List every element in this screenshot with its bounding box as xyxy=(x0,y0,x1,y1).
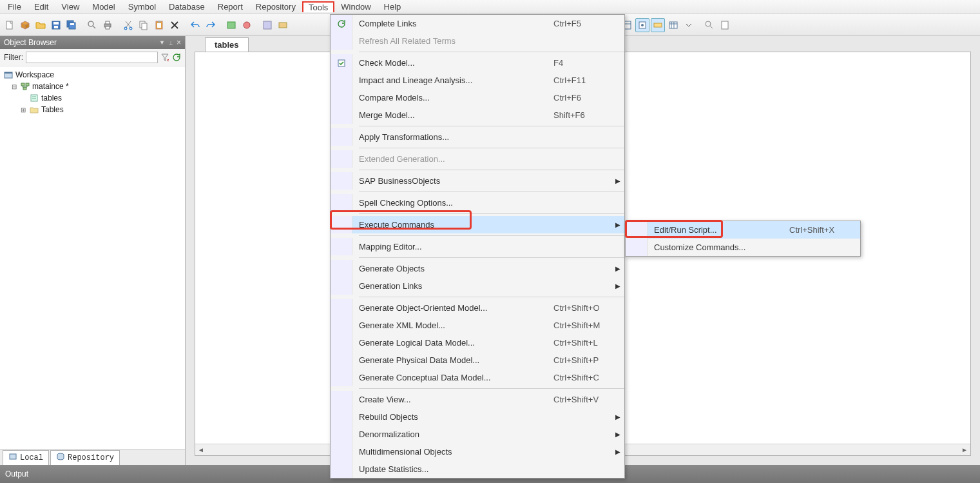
blank-icon xyxy=(331,216,352,233)
menu-item[interactable]: Apply Transformations... xyxy=(331,128,624,146)
tab-local[interactable]: Local xyxy=(3,450,49,465)
print-icon[interactable] xyxy=(101,18,115,32)
menu-item[interactable]: Create View...Ctrl+Shift+V xyxy=(331,391,624,408)
menu-item[interactable]: Generate Conceptual Data Model...Ctrl+Sh… xyxy=(331,369,624,386)
blank-icon xyxy=(331,460,352,478)
doc-tab-tables[interactable]: tables xyxy=(205,37,249,52)
tool2-icon[interactable] xyxy=(240,18,254,32)
menu-item[interactable]: Generate Physical Data Model...Ctrl+Shif… xyxy=(331,351,624,369)
menu-item-label: Generate Physical Data Model... xyxy=(359,355,534,365)
menu-item[interactable]: Execute Commands▶ xyxy=(331,216,624,233)
collapse-icon[interactable]: ⊟ xyxy=(10,83,18,90)
tool1-icon[interactable] xyxy=(224,18,238,32)
scroll-left-icon[interactable]: ◄ xyxy=(198,446,204,453)
close-icon[interactable]: × xyxy=(177,38,181,47)
expand-icon[interactable]: ⊞ xyxy=(19,106,27,113)
menu-item[interactable]: Check Model...F4 xyxy=(331,54,624,72)
save-icon[interactable] xyxy=(49,18,63,32)
menu-database[interactable]: Database xyxy=(162,1,211,13)
tool6-icon[interactable] xyxy=(718,18,732,32)
menu-file[interactable]: File xyxy=(1,1,28,13)
menu-report[interactable]: Report xyxy=(211,1,249,13)
menu-item[interactable]: Multidimensional Objects▶ xyxy=(331,443,624,460)
menu-item-shortcut: Ctrl+F6 xyxy=(553,93,615,103)
tool3-icon[interactable] xyxy=(260,18,274,32)
svg-rect-31 xyxy=(654,23,662,27)
tab-repository[interactable]: Repository xyxy=(50,450,120,465)
menu-item[interactable]: Update Statistics... xyxy=(331,460,624,478)
menu-help[interactable]: Help xyxy=(378,1,408,13)
menu-item-label: Rebuild Objects xyxy=(359,412,534,422)
menu-symbol[interactable]: Symbol xyxy=(122,1,162,13)
svg-rect-39 xyxy=(23,87,26,90)
menu-window[interactable]: Window xyxy=(334,1,377,13)
filter-input[interactable] xyxy=(26,52,158,63)
menu-edit[interactable]: Edit xyxy=(28,1,55,13)
clear-filter-icon[interactable] xyxy=(160,53,169,62)
menu-item-label: Denormalization xyxy=(359,429,534,439)
blank-icon xyxy=(331,334,352,351)
delete-icon[interactable] xyxy=(168,18,182,32)
tree-model[interactable]: ⊟ mataince * xyxy=(1,81,184,92)
menu-item[interactable]: Denormalization▶ xyxy=(331,426,624,443)
pin-icon[interactable]: ⟂ xyxy=(169,39,173,46)
open-icon[interactable] xyxy=(34,18,48,32)
blank-icon xyxy=(331,172,352,190)
menu-item[interactable]: Mapping Editor... xyxy=(331,238,624,255)
view5-icon[interactable] xyxy=(651,18,665,32)
menu-item[interactable]: Complete LinksCtrl+F5 xyxy=(331,15,624,32)
menu-item-label: Extended Generation... xyxy=(359,154,534,164)
menu-item[interactable]: SAP BusinessObjects▶ xyxy=(331,172,624,190)
menu-item[interactable]: Rebuild Objects▶ xyxy=(331,408,624,426)
submenu-arrow-icon: ▶ xyxy=(615,448,620,455)
view4-icon[interactable] xyxy=(635,18,649,32)
menu-item[interactable]: Generate Object-Oriented Model...Ctrl+Sh… xyxy=(331,299,624,317)
refresh-icon[interactable] xyxy=(172,53,181,62)
copy-icon[interactable] xyxy=(137,18,151,32)
box-icon[interactable] xyxy=(18,18,32,32)
menu-view[interactable]: View xyxy=(55,1,86,13)
menu-item[interactable]: Generation Links▶ xyxy=(331,277,624,295)
menu-item-label: Generation Links xyxy=(359,281,534,291)
separator xyxy=(359,192,624,192)
tree-diagram[interactable]: tables xyxy=(1,92,184,104)
menu-tools[interactable]: Tools xyxy=(302,1,334,12)
menu-item[interactable]: Merge Model...Shift+F6 xyxy=(331,106,624,124)
menu-repository[interactable]: Repository xyxy=(249,1,302,13)
undo-icon[interactable] xyxy=(188,18,202,32)
menu-item[interactable]: Impact and Lineage Analysis...Ctrl+F11 xyxy=(331,72,624,89)
menu-item[interactable]: Generate Logical Data Model...Ctrl+Shift… xyxy=(331,334,624,351)
tool5-icon[interactable] xyxy=(702,18,716,32)
cut-icon[interactable] xyxy=(121,18,135,32)
dropdown-icon[interactable] xyxy=(682,18,696,32)
search-icon[interactable] xyxy=(85,18,99,32)
menu-item-shortcut: Ctrl+F5 xyxy=(553,19,615,28)
tool4-icon[interactable] xyxy=(276,18,290,32)
menu-item[interactable]: Spell Checking Options... xyxy=(331,194,624,212)
model-icon xyxy=(20,81,30,92)
svg-rect-34 xyxy=(722,21,728,29)
blank-icon xyxy=(626,239,648,256)
blank-icon xyxy=(331,443,352,460)
menu-item[interactable]: Generate XML Model...Ctrl+Shift+M xyxy=(331,317,624,334)
menu-item[interactable]: Compare Models...Ctrl+F6 xyxy=(331,89,624,106)
menu-item-shortcut: Ctrl+Shift+X xyxy=(789,225,851,235)
svg-rect-9 xyxy=(106,21,110,24)
scroll-right-icon[interactable]: ► xyxy=(961,446,968,453)
paste-icon[interactable] xyxy=(152,18,166,32)
redo-icon[interactable] xyxy=(204,18,218,32)
saveall-icon[interactable] xyxy=(64,18,79,32)
menu-item[interactable]: Edit/Run Script...Ctrl+Shift+X xyxy=(626,221,860,239)
object-tree[interactable]: Workspace ⊟ mataince * tables ⊞ Tables xyxy=(0,66,185,449)
blank-icon xyxy=(331,277,352,295)
menu-item-shortcut: Ctrl+Shift+P xyxy=(553,355,615,365)
menu-item[interactable]: Customize Commands... xyxy=(626,239,860,256)
tree-folder[interactable]: ⊞ Tables xyxy=(1,104,184,115)
view6-icon[interactable] xyxy=(666,18,680,32)
tree-workspace[interactable]: Workspace xyxy=(1,69,184,81)
dropdown-icon[interactable]: ▼ xyxy=(159,39,165,46)
new-icon[interactable] xyxy=(3,18,17,32)
menu-item-label: Spell Checking Options... xyxy=(359,198,534,208)
menu-model[interactable]: Model xyxy=(86,1,121,13)
menu-item[interactable]: Generate Objects▶ xyxy=(331,260,624,277)
